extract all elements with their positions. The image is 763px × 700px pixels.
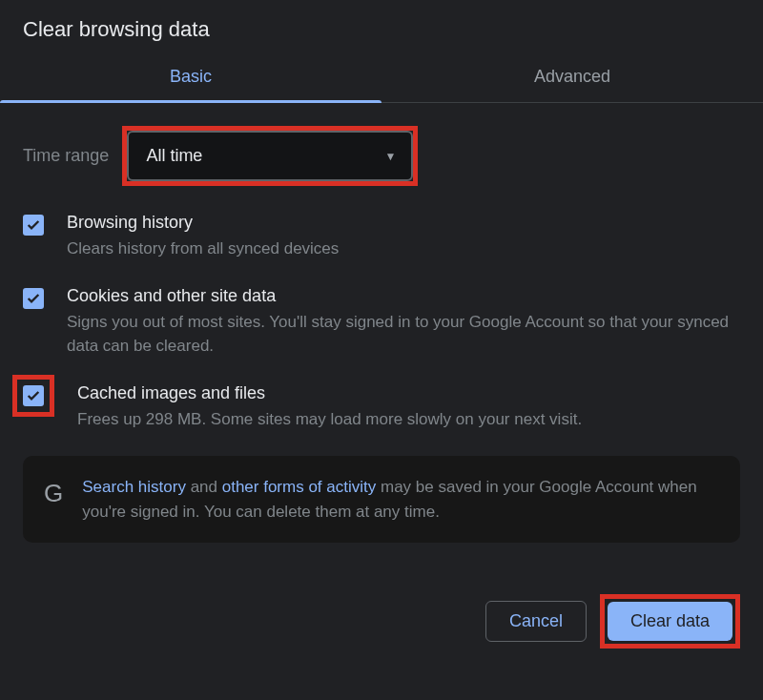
time-range-label: Time range bbox=[23, 146, 109, 166]
highlight-cached-checkbox bbox=[12, 375, 54, 417]
tab-advanced[interactable]: Advanced bbox=[382, 51, 763, 102]
option-text: Browsing history Clears history from all… bbox=[67, 213, 740, 261]
option-cached: Cached images and files Frees up 298 MB.… bbox=[23, 383, 740, 432]
checkbox-browsing-history[interactable] bbox=[23, 215, 44, 236]
option-desc: Frees up 298 MB. Some sites may load mor… bbox=[77, 407, 740, 432]
info-text: Search history and other forms of activi… bbox=[82, 475, 719, 524]
option-cookies: Cookies and other site data Signs you ou… bbox=[23, 286, 740, 359]
option-text: Cookies and other site data Signs you ou… bbox=[67, 286, 740, 359]
checkmark-icon bbox=[26, 217, 41, 233]
cancel-button[interactable]: Cancel bbox=[485, 601, 587, 642]
checkmark-icon bbox=[26, 388, 41, 403]
time-range-select[interactable]: All time bbox=[127, 131, 413, 181]
option-desc: Clears history from all synced devices bbox=[67, 237, 740, 261]
option-browsing-history: Browsing history Clears history from all… bbox=[23, 213, 740, 261]
dialog-content: Time range All time ▼ Browsing history C… bbox=[0, 103, 763, 566]
dialog-footer: Cancel Clear data bbox=[0, 566, 763, 671]
option-desc: Signs you out of most sites. You'll stay… bbox=[67, 310, 740, 359]
google-account-info: G Search history and other forms of acti… bbox=[23, 456, 740, 543]
option-title: Cookies and other site data bbox=[67, 286, 740, 306]
time-range-row: Time range All time ▼ bbox=[23, 126, 740, 186]
link-other-activity[interactable]: other forms of activity bbox=[222, 478, 377, 496]
option-title: Browsing history bbox=[67, 213, 740, 233]
checkbox-cookies[interactable] bbox=[23, 288, 44, 309]
tab-basic[interactable]: Basic bbox=[0, 51, 382, 102]
checkmark-icon bbox=[26, 291, 41, 306]
tab-bar: Basic Advanced bbox=[0, 51, 763, 103]
dropdown-arrow-icon: ▼ bbox=[384, 150, 396, 163]
info-text-mid: and bbox=[186, 478, 222, 496]
option-title: Cached images and files bbox=[77, 383, 740, 403]
time-range-select-wrap: All time ▼ bbox=[127, 131, 413, 181]
checkbox-cached[interactable] bbox=[23, 385, 44, 406]
highlight-time-range: All time ▼ bbox=[122, 126, 418, 186]
time-range-value: All time bbox=[146, 146, 202, 166]
google-icon: G bbox=[44, 479, 63, 508]
dialog-title: Clear browsing data bbox=[0, 0, 763, 51]
link-search-history[interactable]: Search history bbox=[82, 478, 186, 496]
clear-data-button[interactable]: Clear data bbox=[608, 602, 732, 641]
option-text: Cached images and files Frees up 298 MB.… bbox=[77, 383, 740, 432]
highlight-clear-button: Clear data bbox=[600, 594, 740, 649]
clear-browsing-data-dialog: Clear browsing data Basic Advanced Time … bbox=[0, 0, 763, 700]
